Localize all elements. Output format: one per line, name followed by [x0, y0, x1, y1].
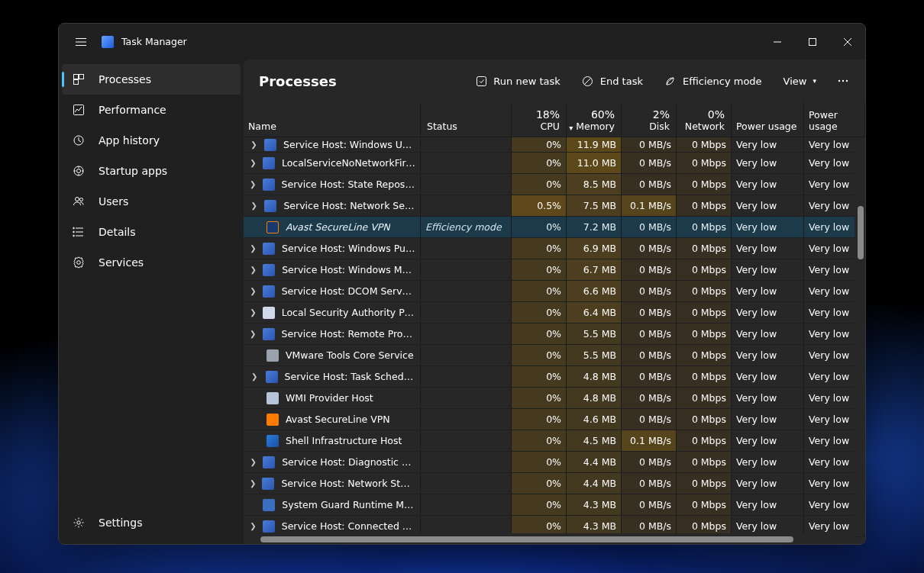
titlebar[interactable]: Task Manager: [59, 24, 865, 60]
table-row[interactable]: ❯Service Host: Remote Procedure...0%5.5 …: [244, 324, 865, 345]
cell-cpu: 0%: [512, 153, 567, 173]
horizontal-scrollbar[interactable]: [244, 533, 855, 544]
sidebar-item-label: Details: [99, 226, 136, 238]
table-row[interactable]: VMware Tools Core Service0%5.5 MB0 MB/s0…: [244, 345, 865, 366]
cell-power: Very low: [732, 494, 804, 515]
cell-name: ❯Service Host: Windows Manage...: [244, 259, 421, 280]
cell-status: [421, 302, 512, 323]
column-name[interactable]: Name: [244, 102, 421, 137]
table-row[interactable]: ❯Service Host: Windows Manage...0%6.7 MB…: [244, 259, 865, 281]
sidebar-item-label: Users: [99, 195, 128, 208]
expand-toggle[interactable]: ❯: [244, 238, 263, 259]
expand-toggle[interactable]: ❯: [244, 137, 264, 152]
expand-toggle: [244, 388, 267, 408]
cell-power: Very low: [732, 137, 804, 152]
toolbar: Processes Run new task End task Efficien…: [244, 60, 865, 102]
process-name: VMware Tools Core Service: [286, 349, 414, 361]
vertical-scrollbar[interactable]: [855, 137, 865, 533]
expand-toggle[interactable]: ❯: [244, 366, 266, 387]
table-row[interactable]: WMI Provider Host0%4.8 MB0 MB/s0 MbpsVer…: [244, 388, 865, 409]
cell-power: Very low: [732, 473, 804, 494]
table-row[interactable]: ❯Service Host: Task Scheduler0%4.8 MB0 M…: [244, 366, 865, 388]
view-dropdown[interactable]: View ▾: [776, 68, 824, 94]
cell-network: 0 Mbps: [677, 217, 732, 237]
close-icon: [844, 38, 851, 46]
table-row[interactable]: Shell Infrastructure Host0%4.5 MB0.1 MB/…: [244, 430, 865, 452]
cell-disk: 0 MB/s: [622, 281, 677, 301]
column-memory[interactable]: ▾ 60%Memory: [567, 102, 622, 137]
expand-toggle[interactable]: ❯: [244, 324, 263, 344]
close-button[interactable]: [830, 24, 865, 60]
expand-toggle[interactable]: ❯: [244, 473, 262, 494]
cell-status: [421, 281, 512, 301]
sidebar-item-services[interactable]: Services: [62, 247, 241, 278]
cell-disk: 0 MB/s: [622, 452, 677, 472]
expand-toggle[interactable]: ❯: [244, 281, 263, 301]
expand-toggle[interactable]: ❯: [244, 452, 263, 472]
table-row[interactable]: ❯LocalServiceNoNetworkFirewall ...0%11.0…: [244, 153, 865, 174]
cell-power: Very low: [732, 259, 804, 280]
process-icon: [263, 285, 275, 298]
table-row[interactable]: ❯Service Host: State Repository S...0%8.…: [244, 174, 865, 195]
expand-toggle[interactable]: ❯: [244, 153, 263, 173]
column-cpu[interactable]: 18%CPU: [512, 102, 567, 137]
table-row[interactable]: ❯Service Host: Windows Push No...0%6.9 M…: [244, 238, 865, 259]
cell-status: [421, 137, 512, 152]
sidebar-item-details[interactable]: Details: [62, 217, 241, 247]
cell-name: ❯Service Host: Network Service: [244, 195, 421, 216]
table-row[interactable]: ❯Service Host: Diagnostic Policy ...0%4.…: [244, 452, 865, 473]
expand-toggle[interactable]: ❯: [244, 302, 263, 323]
sidebar-item-users[interactable]: Users: [62, 186, 241, 217]
cell-disk: 0 MB/s: [622, 388, 677, 408]
table-row[interactable]: ❯Service Host: Network Service0.5%7.5 MB…: [244, 195, 865, 217]
cell-name: Avast SecureLine VPN: [244, 217, 421, 237]
cell-status: [421, 174, 512, 195]
cell-cpu: 0%: [512, 217, 567, 237]
svg-point-7: [77, 169, 81, 173]
expand-toggle[interactable]: ❯: [244, 195, 264, 216]
table-row[interactable]: System Guard Runtime Monitor...0%4.3 MB0…: [244, 494, 865, 516]
minimize-button[interactable]: [760, 24, 795, 60]
column-power[interactable]: Power usage: [732, 102, 804, 137]
process-icon: [264, 139, 276, 151]
process-name: Service Host: Connected Device...: [282, 520, 415, 532]
cell-memory: 5.5 MB: [567, 324, 622, 344]
table-row[interactable]: ❯Service Host: Network Store Inte...0%4.…: [244, 473, 865, 494]
sidebar-item-performance[interactable]: Performance: [62, 95, 241, 125]
column-power-trend[interactable]: Power usage: [804, 102, 865, 137]
more-button[interactable]: [830, 68, 856, 94]
sidebar-item-settings[interactable]: Settings: [62, 507, 241, 538]
table-row[interactable]: Avast SecureLine VPNEfficiency mode0%7.2…: [244, 217, 865, 238]
run-new-task-button[interactable]: Run new task: [467, 68, 567, 94]
cell-name: VMware Tools Core Service: [244, 345, 421, 365]
end-task-button[interactable]: End task: [574, 68, 651, 94]
efficiency-mode-button[interactable]: Efficiency mode: [657, 68, 770, 94]
scrollbar-thumb[interactable]: [858, 206, 864, 259]
process-icon: [267, 349, 279, 362]
cell-cpu: 0%: [512, 345, 567, 365]
sidebar-item-apphistory[interactable]: App history: [62, 125, 241, 156]
sidebar-item-processes[interactable]: Processes: [62, 64, 241, 95]
cell-status: [421, 238, 512, 259]
table-row[interactable]: Avast SecureLine VPN0%4.6 MB0 MB/s0 Mbps…: [244, 409, 865, 430]
app-icon: [102, 36, 114, 48]
hamburger-menu-button[interactable]: [66, 27, 95, 56]
table-row[interactable]: ❯Service Host: Windows Update0%11.9 MB0 …: [244, 137, 865, 153]
cell-name: WMI Provider Host: [244, 388, 421, 408]
cell-memory: 6.9 MB: [567, 238, 622, 259]
maximize-button[interactable]: [795, 24, 830, 60]
cell-memory: 4.3 MB: [567, 494, 622, 515]
scrollbar-thumb[interactable]: [260, 536, 793, 542]
table-row[interactable]: ❯Service Host: DCOM Server Proc...0%6.6 …: [244, 281, 865, 302]
cell-memory: 5.5 MB: [567, 345, 622, 365]
sidebar-item-startup[interactable]: Startup apps: [62, 156, 241, 186]
column-network[interactable]: 0%Network: [677, 102, 732, 137]
table-row[interactable]: ❯Local Security Authority Process...0%6.…: [244, 302, 865, 324]
cell-memory: 7.5 MB: [567, 195, 622, 216]
startup-icon: [72, 164, 86, 178]
column-disk[interactable]: 2%Disk: [622, 102, 677, 137]
expand-toggle[interactable]: ❯: [244, 174, 263, 195]
expand-toggle[interactable]: ❯: [244, 259, 263, 280]
process-table[interactable]: ❯Service Host: Windows Update0%11.9 MB0 …: [244, 137, 865, 544]
column-status[interactable]: Status: [421, 102, 512, 137]
